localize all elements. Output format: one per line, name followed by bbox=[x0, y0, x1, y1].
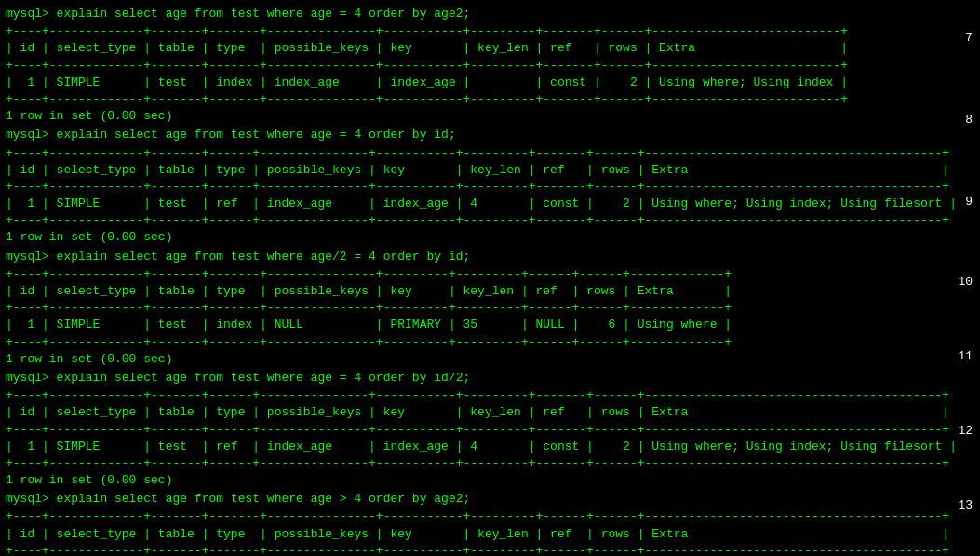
header-7: | id | select_type | table | type | poss… bbox=[6, 40, 974, 57]
query-block-10: mysql> explain select age from test wher… bbox=[6, 370, 974, 489]
sep-bot-8: +----+-------------+-------+------+-----… bbox=[6, 212, 974, 229]
sep-top-9: +----+-------------+-------+-------+----… bbox=[6, 266, 974, 283]
sep-mid-8: +----+-------------+-------+------+-----… bbox=[6, 179, 974, 196]
result-7: 1 row in set (0.00 sec) bbox=[6, 108, 974, 125]
row-10: | 1 | SIMPLE | test | ref | index_age | … bbox=[6, 439, 974, 455]
section-num-9: 9 bbox=[965, 194, 973, 210]
sep-mid-7: +----+-------------+-------+-------+----… bbox=[6, 58, 974, 75]
header-11: | id | select_type | table | type | poss… bbox=[6, 526, 974, 543]
sep-top-7: +----+-------------+-------+-------+----… bbox=[6, 23, 974, 40]
terminal: mysql> explain select age from test wher… bbox=[0, 4, 980, 556]
sep-bot-9: +----+-------------+-------+-------+----… bbox=[6, 334, 974, 351]
sep-top-10: +----+-------------+-------+------+-----… bbox=[6, 387, 974, 404]
header-10: | id | select_type | table | type | poss… bbox=[6, 404, 974, 421]
result-10: 1 row in set (0.00 sec) bbox=[6, 472, 974, 489]
prompt-8: mysql> explain select age from test wher… bbox=[6, 127, 974, 143]
header-8: | id | select_type | table | type | poss… bbox=[6, 162, 974, 179]
prompt-11: mysql> explain select age from test wher… bbox=[6, 491, 974, 508]
section-num-7: 7 bbox=[965, 30, 973, 47]
prompt-10: mysql> explain select age from test wher… bbox=[6, 370, 974, 386]
section-num-12: 12 bbox=[958, 423, 973, 440]
result-9: 1 row in set (0.00 sec) bbox=[6, 351, 974, 368]
result-8: 1 row in set (0.00 sec) bbox=[6, 229, 974, 246]
sep-top-8: +----+-------------+-------+------+-----… bbox=[6, 145, 974, 162]
sep-mid-11: +----+-------------+-------+-------+----… bbox=[6, 543, 974, 556]
query-block-7: mysql> explain select age from test wher… bbox=[6, 6, 974, 125]
section-num-10: 10 bbox=[958, 274, 973, 291]
sep-bot-7: +----+-------------+-------+-------+----… bbox=[6, 91, 974, 108]
header-9: | id | select_type | table | type | poss… bbox=[6, 283, 974, 300]
sep-mid-10: +----+-------------+-------+------+-----… bbox=[6, 422, 974, 439]
sep-bot-10: +----+-------------+-------+------+-----… bbox=[6, 455, 974, 472]
section-num-11: 11 bbox=[958, 348, 973, 365]
prompt-7: mysql> explain select age from test wher… bbox=[6, 6, 974, 22]
section-num-8: 8 bbox=[965, 112, 973, 129]
query-block-11: mysql> explain select age from test wher… bbox=[6, 491, 974, 556]
sep-top-11: +----+-------------+-------+-------+----… bbox=[6, 509, 974, 525]
query-block-8: mysql> explain select age from test wher… bbox=[6, 127, 974, 246]
row-7: | 1 | SIMPLE | test | index | index_age … bbox=[6, 75, 974, 91]
row-8: | 1 | SIMPLE | test | ref | index_age | … bbox=[6, 196, 974, 212]
sep-mid-9: +----+-------------+-------+-------+----… bbox=[6, 300, 974, 317]
row-9: | 1 | SIMPLE | test | index | NULL | PRI… bbox=[6, 317, 974, 333]
prompt-9: mysql> explain select age from test wher… bbox=[6, 249, 974, 265]
query-block-9: mysql> explain select age from test wher… bbox=[6, 249, 974, 368]
section-num-13: 13 bbox=[958, 497, 973, 514]
